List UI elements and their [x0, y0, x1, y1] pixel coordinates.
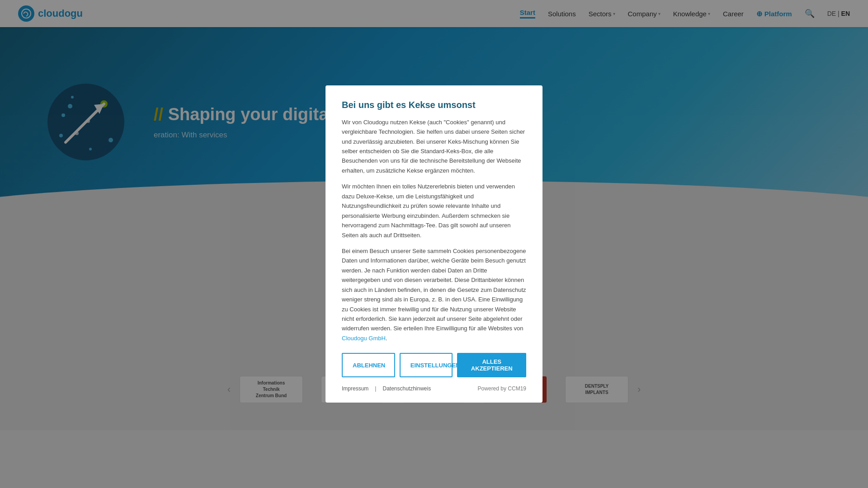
einstellungen-button[interactable]: EINSTELLUNGEN — [400, 353, 453, 377]
modal-body: Wir von Cloudogu nutzen Kekse (auch "Coo… — [342, 117, 526, 343]
modal-footer-links: Impressum | Datenschutzhinweis — [342, 385, 431, 392]
footer-separator: | — [375, 385, 376, 392]
modal-paragraph-2: Wir möchten Ihnen ein tolles Nutzererleb… — [342, 182, 526, 240]
datenschutz-link[interactable]: Datenschutzhinweis — [382, 385, 431, 392]
cookie-modal: Bei uns gibt es Kekse umsonst Wir von Cl… — [326, 85, 542, 403]
modal-actions: ABLEHNEN EINSTELLUNGEN ALLES AKZEPTIEREN — [342, 353, 526, 377]
modal-overlay: Bei uns gibt es Kekse umsonst Wir von Cl… — [0, 0, 868, 430]
modal-paragraph-1: Wir von Cloudogu nutzen Kekse (auch "Coo… — [342, 117, 526, 176]
modal-title: Bei uns gibt es Kekse umsonst — [342, 100, 526, 110]
ablehnen-button[interactable]: ABLEHNEN — [342, 353, 395, 377]
akzeptieren-button[interactable]: ALLES AKZEPTIEREN — [457, 353, 526, 377]
powered-by: Powered by CCM19 — [478, 385, 526, 392]
modal-paragraph-3: Bei einem Besuch unserer Seite sammeln C… — [342, 246, 526, 343]
impressum-link[interactable]: Impressum — [342, 385, 368, 392]
modal-footer: Impressum | Datenschutzhinweis Powered b… — [342, 385, 526, 392]
cloudogu-link[interactable]: Cloudogu GmbH — [342, 335, 386, 342]
